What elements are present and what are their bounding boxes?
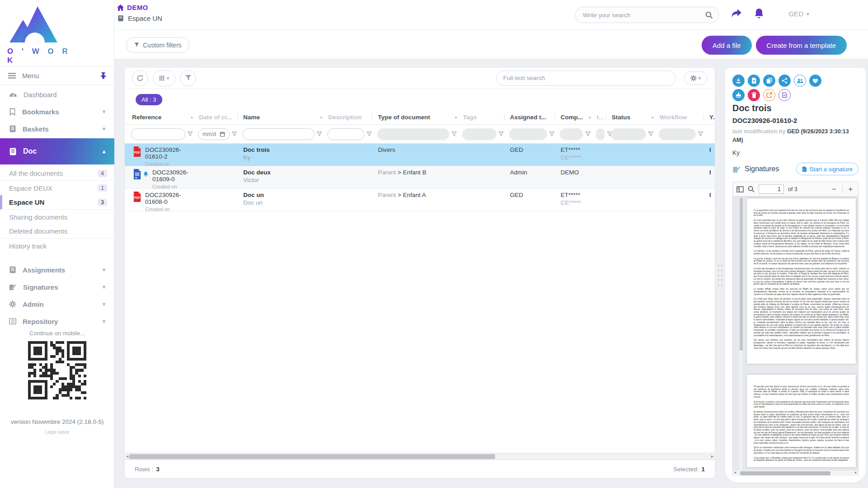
- find-icon[interactable]: [748, 186, 755, 192]
- pdf-vertical-scrollbar[interactable]: [739, 197, 743, 470]
- page-number-input[interactable]: [759, 184, 784, 194]
- add-file-button[interactable]: Add a file: [702, 36, 752, 55]
- funnel-icon[interactable]: [585, 131, 591, 137]
- column-header-assigned-t-[interactable]: Assigned t...: [506, 110, 557, 124]
- user-menu[interactable]: GED ▾: [788, 10, 809, 18]
- scroll-right-arrow[interactable]: ▸: [855, 470, 857, 474]
- sidebar-item-doc[interactable]: Doc ▴: [0, 138, 114, 164]
- sort-arrow-icon: ▸: [320, 114, 323, 120]
- fulltext-search-input[interactable]: [503, 75, 669, 81]
- document-properties-button[interactable]: [778, 89, 791, 101]
- sidebar-subitem-espace-deux[interactable]: Espace DEUX1: [0, 181, 114, 195]
- favorite-button[interactable]: [809, 75, 821, 87]
- sidebar-subitem-all-the-documents[interactable]: All the documents4: [0, 166, 114, 181]
- column-header-description[interactable]: Description: [325, 110, 374, 124]
- reference-value: DOC230926-01609-0: [152, 169, 193, 183]
- filter-input[interactable]: [332, 131, 360, 137]
- copy-button[interactable]: [763, 75, 775, 87]
- column-header-date-of-cr-[interactable]: Date of cr...: [195, 110, 240, 124]
- funnel-icon[interactable]: [316, 131, 322, 137]
- chevron-up-icon: ▴: [103, 148, 105, 155]
- sidebar-item-dashboard[interactable]: Dashboard: [0, 86, 114, 103]
- column-header-type-of-document[interactable]: Type of document▸: [374, 110, 459, 124]
- chevron-down-icon: ▾: [103, 126, 105, 132]
- calendar-icon[interactable]: [220, 131, 225, 137]
- panel-resize-handle[interactable]: [718, 265, 722, 286]
- upload-version-button[interactable]: [748, 75, 760, 87]
- pin-icon[interactable]: [100, 72, 106, 79]
- scroll-right-arrow[interactable]: ▸: [711, 454, 713, 459]
- signatures-section-header: Signatures Start a signature: [732, 163, 859, 175]
- sidebar-subitem-deleted-documents[interactable]: Deleted documents: [0, 224, 114, 239]
- column-header-comp-[interactable]: Comp...▸: [557, 110, 593, 124]
- filter-button[interactable]: [180, 70, 196, 86]
- table-row[interactable]: PDFDOC230926-01610-2Created on 9/26/2023…: [125, 144, 715, 166]
- column-divider: [237, 114, 238, 121]
- search-icon[interactable]: [705, 11, 713, 19]
- column-header-tags[interactable]: Tags: [459, 110, 506, 124]
- delete-button[interactable]: [748, 89, 760, 101]
- legal-notice-link[interactable]: Legal notice: [0, 430, 114, 435]
- table-row[interactable]: PDFDOC230926-01608-0Created on 9/26/2023…: [125, 189, 715, 211]
- column-header-i-[interactable]: I...: [593, 110, 608, 124]
- table-horizontal-scrollbar[interactable]: ◂ ▸: [125, 453, 715, 460]
- sidebar-item-baskets[interactable]: Baskets ▾: [0, 120, 114, 137]
- menu-toggle[interactable]: Menu: [0, 66, 114, 85]
- filter-input[interactable]: [136, 131, 181, 137]
- sidebar-subitem-espace-un[interactable]: Espace UN3: [0, 195, 114, 210]
- columns-button[interactable]: ▾: [153, 70, 175, 86]
- sidebar-toggle-icon[interactable]: [736, 186, 744, 192]
- all-count-chip[interactable]: All : 3: [136, 94, 162, 105]
- column-header-workflow[interactable]: Workflow: [656, 110, 706, 124]
- zoom-out-button[interactable]: −: [830, 185, 838, 193]
- funnel-icon[interactable]: [231, 131, 237, 137]
- sidebar-item-label: Admin: [23, 300, 96, 308]
- scroll-left-arrow[interactable]: ◂: [126, 454, 128, 459]
- download-button[interactable]: [732, 75, 745, 87]
- scrollbar-thumb[interactable]: [740, 471, 830, 475]
- table-settings-button[interactable]: ▾: [684, 71, 708, 85]
- sidebar-item-signatures[interactable]: Signatures ▾: [0, 278, 114, 296]
- breadcrumb-home[interactable]: DEMO: [117, 4, 162, 11]
- share-icon[interactable]: [731, 8, 742, 19]
- filter-input[interactable]: [247, 131, 310, 137]
- create-from-template-button[interactable]: Create from a template: [756, 36, 847, 55]
- funnel-icon[interactable]: [549, 131, 555, 137]
- scroll-left-arrow[interactable]: ◂: [734, 470, 736, 474]
- custom-filters-button[interactable]: Custom filters: [126, 37, 189, 53]
- pdf-horizontal-scrollbar[interactable]: ◂ ▸: [733, 470, 858, 476]
- column-header-status[interactable]: Status▸: [608, 110, 656, 124]
- sidebar-subitem-history-track[interactable]: History track: [0, 239, 114, 253]
- sidebar-item-admin[interactable]: Admin ▾: [0, 296, 114, 313]
- open-external-button[interactable]: [763, 89, 775, 101]
- scrollbar-thumb[interactable]: [740, 197, 743, 351]
- refresh-button[interactable]: [132, 70, 148, 86]
- funnel-icon[interactable]: [498, 131, 504, 137]
- sidebar-subitem-sharing-documents[interactable]: Sharing documents: [0, 210, 114, 224]
- column-header-reference[interactable]: Reference▸: [128, 110, 195, 124]
- column-header-name[interactable]: Name▸: [240, 110, 325, 124]
- assign-users-button[interactable]: [794, 75, 806, 87]
- scrollbar-thumb[interactable]: [129, 454, 495, 459]
- table-row[interactable]: wDOC230926-01609-0Created on 9/26/2023 3…: [125, 166, 715, 189]
- global-search-input[interactable]: [583, 12, 705, 19]
- bell-icon[interactable]: [754, 8, 764, 19]
- breadcrumb-space[interactable]: Espace UN: [117, 14, 162, 22]
- column-header-y-[interactable]: Y...: [706, 110, 715, 124]
- stamp-button[interactable]: [732, 89, 745, 101]
- funnel-icon[interactable]: [698, 131, 703, 137]
- sidebar-item-bookmarks[interactable]: Bookmarks ▾: [0, 103, 114, 120]
- funnel-icon[interactable]: [648, 131, 654, 137]
- sidebar-item-assignments[interactable]: Assignments ▾: [0, 261, 114, 278]
- sidebar-item-label: Signatures: [23, 283, 96, 291]
- filter-date-input[interactable]: [203, 131, 218, 137]
- pdf-pages-container[interactable]: Il y a aujourd'hui trois cent quarante-h…: [733, 197, 858, 470]
- signatures-label: Signatures: [745, 165, 796, 173]
- funnel-icon[interactable]: [451, 131, 457, 137]
- funnel-icon[interactable]: [366, 131, 372, 137]
- funnel-icon[interactable]: [187, 131, 193, 137]
- sidebar-item-repository[interactable]: Repository ▾: [0, 313, 114, 330]
- zoom-in-button[interactable]: +: [847, 185, 854, 193]
- start-signature-button[interactable]: Start a signature: [796, 163, 859, 175]
- share-document-button[interactable]: [778, 75, 791, 87]
